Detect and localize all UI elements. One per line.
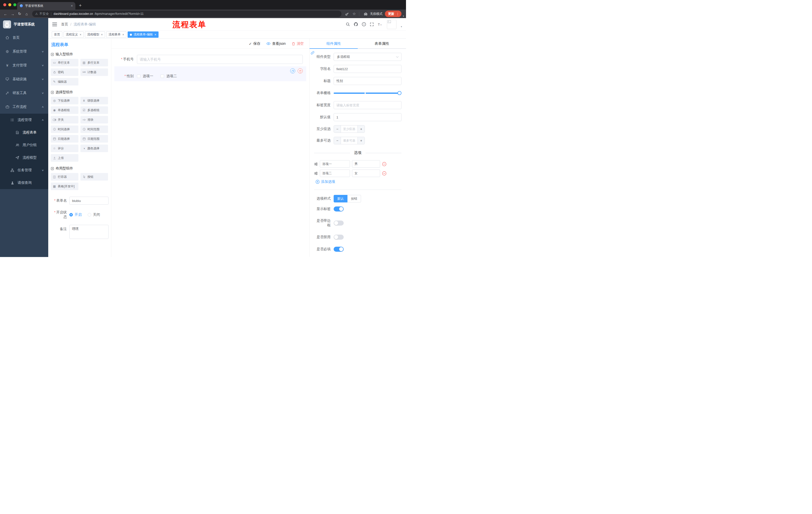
form-remark-textarea[interactable]: 嘿嘿 <box>69 225 109 239</box>
tag-process-definition[interactable]: 流程定义× <box>63 31 84 38</box>
show-label-switch[interactable] <box>334 207 344 212</box>
palette-item-color-picker[interactable]: ◑颜色选择 <box>80 144 108 152</box>
avatar[interactable] <box>387 20 397 29</box>
decrease-button[interactable]: − <box>334 137 341 144</box>
sidebar-item-dev-tools[interactable]: 研发工具 ∨ <box>0 86 48 100</box>
sidebar-item-task-management[interactable]: 任务管理 ∨ <box>0 164 48 177</box>
sidebar-item-process-model[interactable]: 流程模型 <box>0 152 48 164</box>
palette-item-select[interactable]: ◎下拉选择 <box>51 97 78 104</box>
palette-item-multi-line-text[interactable]: ▤多行文本 <box>80 59 108 66</box>
palette-item-date-range[interactable]: 日期范围 <box>80 135 108 142</box>
slider-handle[interactable] <box>398 91 402 95</box>
palette-item-rate[interactable]: ☆评分 <box>51 144 78 152</box>
close-icon[interactable]: × <box>122 33 124 36</box>
hamburger-icon[interactable] <box>52 23 57 26</box>
palette-item-radio-group[interactable]: ◉单选框组 <box>51 106 78 114</box>
add-option-button[interactable]: 添加选项 <box>316 180 402 184</box>
max-select-input[interactable] <box>341 137 357 144</box>
breadcrumb-home[interactable]: 首页 <box>61 22 68 27</box>
forward-button[interactable]: → <box>9 12 16 16</box>
sidebar-item-home[interactable]: 首页 <box>0 31 48 45</box>
canvas-field-phone[interactable]: *手机号 <box>114 55 306 64</box>
drag-handle-icon[interactable] <box>314 162 318 166</box>
back-button[interactable]: ← <box>2 12 9 16</box>
gender-option-2[interactable]: 选项二 <box>161 74 177 78</box>
option-label-input[interactable] <box>320 160 350 168</box>
home-button[interactable]: ⌂ <box>23 12 30 16</box>
required-switch[interactable] <box>334 247 344 252</box>
palette-item-slider[interactable]: 滑块 <box>80 116 108 124</box>
minimize-window-button[interactable] <box>8 3 11 6</box>
fullscreen-icon[interactable] <box>370 22 374 26</box>
min-select-input[interactable] <box>341 126 357 133</box>
close-icon[interactable]: × <box>154 33 156 36</box>
avatar-caret-icon[interactable]: ▾ <box>401 25 402 29</box>
disabled-switch[interactable] <box>334 235 344 240</box>
palette-item-date-picker[interactable]: 日期选择 <box>51 135 78 142</box>
sidebar-logo-row[interactable]: 芋道管理系统 <box>0 18 48 31</box>
sidebar-item-payment-management[interactable]: ¥ 支付管理 ∨ <box>0 58 48 72</box>
decrease-button[interactable]: − <box>334 126 341 133</box>
toolbar-chevron-icon[interactable]: ▾ <box>403 15 404 18</box>
help-icon[interactable]: ? <box>362 22 366 26</box>
palette-item-time-picker[interactable]: 时间选择 <box>51 126 78 133</box>
default-value-input[interactable] <box>334 113 402 121</box>
option-value-input[interactable] <box>352 169 380 177</box>
search-icon[interactable] <box>346 22 350 26</box>
checkbox-icon[interactable] <box>161 75 164 78</box>
sidebar-item-leave-query[interactable]: 请假查询 <box>0 177 48 189</box>
clear-button[interactable]: 清空 <box>292 42 304 46</box>
drag-handle-icon[interactable] <box>314 171 318 175</box>
tag-process-form[interactable]: 流程表单× <box>106 31 126 38</box>
sidebar-item-infrastructure[interactable]: 基础设施 ∨ <box>0 72 48 86</box>
form-name-input[interactable] <box>69 197 109 205</box>
browser-menu-icon[interactable]: ⋮ <box>395 12 400 16</box>
sidebar-item-system-management[interactable]: 系统管理 ∨ <box>0 45 48 58</box>
close-icon[interactable]: × <box>80 33 81 36</box>
palette-item-single-line-text[interactable]: ▭单行文本 <box>51 59 78 66</box>
palette-item-switch[interactable]: 开关 <box>51 116 78 124</box>
label-width-input[interactable] <box>334 101 402 109</box>
tab-component-props[interactable]: 组件属性 <box>310 39 358 48</box>
tab-form-props[interactable]: 表单属性 <box>358 39 406 48</box>
palette-item-editor[interactable]: ✎编辑器 <box>51 78 78 85</box>
title-input[interactable] <box>334 77 402 85</box>
palette-item-table[interactable]: ▦表格[开发中] <box>51 183 78 190</box>
remove-option-icon[interactable] <box>382 162 386 166</box>
canvas-field-gender[interactable]: *性别 选项一 选项二 <box>114 66 306 81</box>
sidebar-item-process-form[interactable]: 流程表单 <box>0 126 48 139</box>
palette-item-row-container[interactable]: ◫行容器 <box>51 173 78 181</box>
phone-input[interactable] <box>137 55 303 64</box>
form-grid-slider[interactable] <box>334 89 402 97</box>
increase-button[interactable]: + <box>357 126 365 133</box>
reload-button[interactable]: ↻ <box>16 11 23 16</box>
palette-item-time-range[interactable]: 时间范围 <box>80 126 108 133</box>
new-tab-button[interactable]: + <box>79 3 82 8</box>
sidebar-item-workflow[interactable]: 工作流程 ∧ <box>0 100 48 114</box>
bookmark-star-icon[interactable]: ☆ <box>352 11 356 16</box>
palette-item-counter[interactable]: 123计数器 <box>80 69 108 76</box>
checkbox-icon[interactable] <box>137 75 140 78</box>
field-name-input[interactable] <box>334 65 402 73</box>
palette-item-button[interactable]: 按钮 <box>80 173 108 181</box>
increase-button[interactable]: + <box>357 137 365 144</box>
palette-item-password[interactable]: 密码 <box>51 69 78 76</box>
palette-item-checkbox-group[interactable]: ☑多选框组 <box>80 106 108 114</box>
close-icon[interactable]: × <box>101 33 103 36</box>
gender-option-1[interactable]: 选项一 <box>137 74 153 78</box>
github-icon[interactable] <box>354 22 358 26</box>
copy-field-button[interactable] <box>290 69 295 74</box>
tag-home[interactable]: 首页 <box>52 31 62 38</box>
password-key-icon[interactable] <box>345 12 349 16</box>
tag-process-model[interactable]: 流程模型× <box>85 31 105 38</box>
border-switch[interactable] <box>334 220 344 225</box>
address-bar[interactable]: ⚠ 不安全 dashboard.yudao.iocoder.cn/bpm/man… <box>32 10 342 17</box>
maximize-window-button[interactable] <box>13 3 16 6</box>
status-on-radio[interactable]: 开启 <box>69 213 82 217</box>
remove-option-icon[interactable] <box>382 171 386 175</box>
option-value-input[interactable] <box>352 160 380 168</box>
status-off-radio[interactable]: 关闭 <box>88 213 100 217</box>
palette-item-cascader[interactable]: ⋔级联选择 <box>80 97 108 104</box>
delete-field-button[interactable] <box>298 69 303 74</box>
font-size-icon[interactable]: TT <box>378 23 382 26</box>
